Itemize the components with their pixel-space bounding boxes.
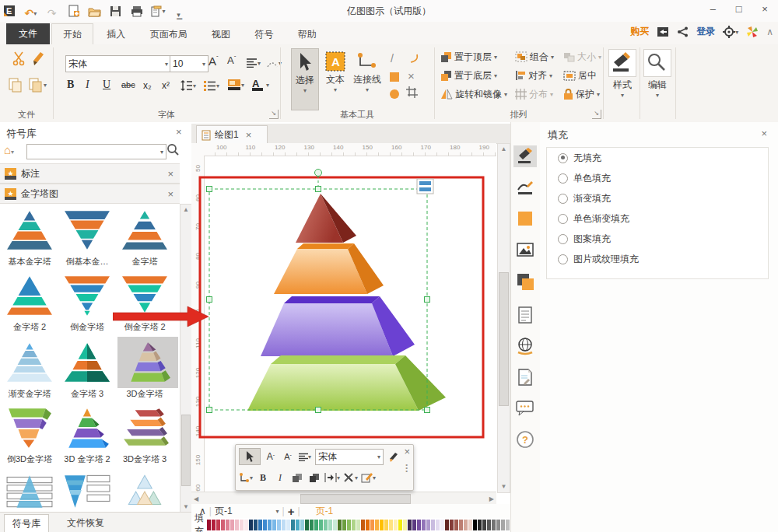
palette-swatch[interactable]: [454, 520, 458, 530]
palette-swatch[interactable]: [487, 520, 491, 530]
tab-help[interactable]: 帮助: [287, 24, 328, 44]
send-to-back-button[interactable]: 置于底层▾: [440, 68, 497, 83]
palette-swatch[interactable]: [445, 520, 449, 530]
new-document-button[interactable]: [65, 2, 82, 19]
pyramid-drawing[interactable]: [198, 142, 510, 492]
text-arc-icon[interactable]: ▾: [266, 57, 282, 68]
document-tab-close-icon[interactable]: ×: [246, 129, 252, 141]
mini-select-button[interactable]: [239, 448, 261, 465]
undo-button[interactable]: ↶▾: [22, 5, 39, 22]
palette-swatch[interactable]: [426, 520, 430, 530]
palette-swatch[interactable]: [478, 520, 482, 530]
symbol-pyramid-3[interactable]: [60, 338, 114, 387]
mini-distribute-button[interactable]: ▾: [324, 470, 340, 485]
palette-swatch[interactable]: [226, 520, 230, 530]
rectangle-tool-icon[interactable]: [389, 71, 400, 82]
floating-toolbar-close-icon[interactable]: ×: [404, 446, 410, 457]
pyramid-level4-front[interactable]: [247, 364, 419, 411]
mini-font-combo[interactable]: 宋体▾: [315, 449, 384, 465]
library-home-icon[interactable]: ⌂▾: [4, 143, 14, 156]
line-tool-icon[interactable]: /: [391, 52, 394, 65]
palette-swatch[interactable]: [412, 520, 416, 530]
login-button[interactable]: 登录: [696, 25, 715, 38]
palette-swatch[interactable]: [319, 520, 323, 530]
palette-swatch[interactable]: [492, 520, 496, 530]
mini-bring-front-button[interactable]: [290, 470, 304, 485]
mini-italic-button[interactable]: I: [273, 470, 287, 485]
library-scrollbar-thumb[interactable]: [181, 415, 191, 486]
font-color-icon[interactable]: A: [252, 78, 263, 91]
pyramid-level3-front[interactable]: [261, 303, 393, 356]
palette-swatch[interactable]: [305, 520, 309, 530]
center-button[interactable]: 居中: [563, 68, 597, 83]
radio-icon[interactable]: [558, 254, 568, 264]
palette-swatch[interactable]: [370, 520, 374, 530]
shape-data-icon[interactable]: [417, 179, 433, 194]
palette-swatch[interactable]: [240, 520, 244, 530]
radio-icon[interactable]: [558, 194, 568, 204]
fill-panel-close-icon[interactable]: ×: [761, 128, 767, 139]
palette-swatch[interactable]: [333, 520, 337, 530]
palette-swatch[interactable]: [314, 520, 318, 530]
section-pyramid[interactable]: ★ 金字塔图 ×: [0, 184, 180, 204]
edit-button[interactable]: 编辑▾: [643, 49, 672, 99]
mini-connector-button[interactable]: ▾: [239, 470, 253, 485]
palette-swatch[interactable]: [459, 520, 463, 530]
palette-swatch[interactable]: [366, 520, 370, 530]
font-family-combo[interactable]: 宋体▾: [65, 55, 171, 72]
arc-tool-icon[interactable]: [409, 52, 420, 64]
canvas-hscrollbar[interactable]: ◀ ▶: [191, 492, 496, 505]
buy-button[interactable]: 购买: [630, 25, 649, 38]
share-icon[interactable]: [677, 26, 689, 37]
palette-swatch[interactable]: [207, 520, 211, 530]
line-style-tool-icon[interactable]: [513, 177, 537, 198]
scroll-left-icon[interactable]: ◀: [194, 494, 198, 504]
palette-swatch[interactable]: [389, 520, 393, 530]
symbol-pyramid-2[interactable]: [2, 271, 57, 320]
library-scrollbar[interactable]: ▲ ▼: [180, 204, 192, 513]
palette-swatch[interactable]: [277, 520, 281, 530]
tab-home[interactable]: 开始: [51, 23, 93, 45]
floating-toolbar-drag-dots[interactable]: •••: [405, 464, 408, 473]
palette-swatch[interactable]: [403, 520, 407, 530]
library-search-combo[interactable]: ▾: [26, 144, 166, 159]
page-dropdown-icon[interactable]: ▾: [276, 508, 279, 515]
mini-send-back-button[interactable]: [307, 470, 321, 485]
text-align-icon[interactable]: ▾: [246, 57, 261, 68]
format-brush-icon[interactable]: [31, 51, 47, 66]
quick-color-tool-icon[interactable]: [513, 208, 537, 229]
help-icon[interactable]: ?: [513, 429, 537, 450]
fill-option-4[interactable]: 单色渐变填充: [547, 208, 768, 229]
align-button[interactable]: 对齐▾: [515, 68, 552, 83]
maximize-button[interactable]: □: [727, 0, 751, 19]
fill-tool-icon[interactable]: [513, 145, 537, 167]
ellipse-tool-icon[interactable]: [389, 88, 400, 100]
tab-file-recovery[interactable]: 文件恢复: [59, 514, 112, 531]
radio-icon[interactable]: [558, 234, 568, 244]
font-dialog-launcher[interactable]: ↘: [269, 110, 279, 119]
symbol-3d-pyramid-2[interactable]: [60, 404, 114, 452]
document-tab[interactable]: 绘图1 ×: [196, 125, 268, 144]
section-callout-close-icon[interactable]: ×: [167, 168, 173, 180]
palette-swatch[interactable]: [384, 520, 388, 530]
decrease-font-icon[interactable]: Aˇ: [227, 54, 236, 66]
palette-swatch[interactable]: [422, 520, 426, 530]
palette-swatch[interactable]: [496, 520, 500, 530]
mini-decrease-font-button[interactable]: Aˇ: [281, 449, 295, 464]
distribute-button[interactable]: 分布▾: [515, 86, 553, 102]
radio-icon[interactable]: [558, 153, 568, 163]
crop-tool-icon[interactable]: [406, 86, 418, 98]
palette-swatch[interactable]: [216, 520, 220, 530]
palette-swatch[interactable]: [254, 520, 258, 530]
palette-swatch[interactable]: [296, 520, 300, 530]
radio-icon[interactable]: [558, 214, 568, 224]
tab-insert[interactable]: 插入: [96, 24, 136, 44]
palette-swatch[interactable]: [436, 520, 440, 530]
rotate-mirror-button[interactable]: 旋转和镜像▾: [440, 86, 507, 102]
superscript-button[interactable]: x²: [162, 80, 170, 91]
symbol-lined-pyramid[interactable]: [2, 471, 57, 511]
symbol-segment-pyramid[interactable]: [117, 471, 172, 511]
palette-swatch[interactable]: [263, 520, 267, 530]
palette-swatch[interactable]: [282, 520, 286, 530]
pyramid-level3-top[interactable]: [284, 296, 380, 303]
